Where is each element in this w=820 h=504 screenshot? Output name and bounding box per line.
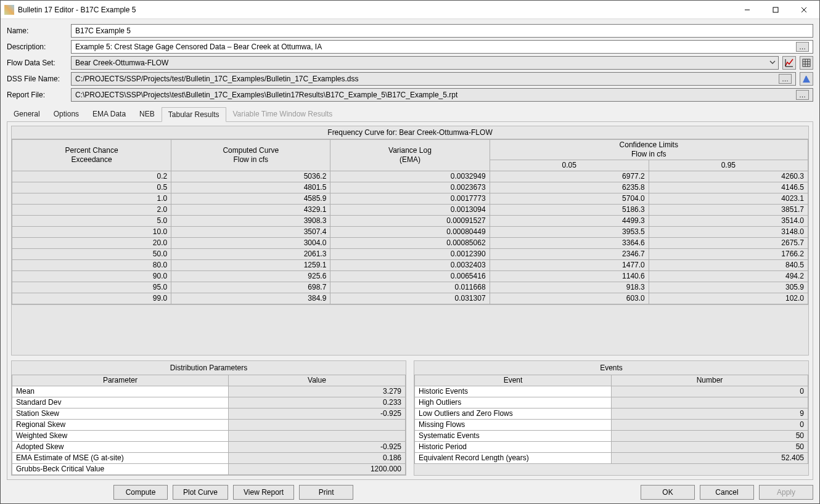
reportfile-input[interactable]: C:\PROJECTS\SSP\Projects\test\Bulletin_1… — [71, 88, 813, 102]
events-header-event: Event — [415, 375, 612, 386]
cell: 0.233 — [228, 397, 405, 408]
print-button[interactable]: Print — [299, 485, 353, 500]
table-row[interactable]: 95.0698.70.011668918.3305.9 — [12, 282, 808, 293]
cell: Adopted Skew — [12, 442, 229, 453]
cell: 305.9 — [649, 282, 808, 293]
table-row[interactable]: EMA Estimate of MSE (G at-site)0.186 — [12, 453, 406, 464]
table-row[interactable]: Historic Period50 — [415, 442, 808, 453]
table-row[interactable]: 90.0925.60.00654161140.6494.2 — [12, 271, 808, 282]
description-label: Description: — [7, 43, 67, 51]
cell: 50 — [612, 431, 808, 442]
table-row[interactable]: 20.03004.00.000850623364.62675.7 — [12, 238, 808, 249]
cell: 0.2 — [12, 171, 171, 182]
cancel-button[interactable]: Cancel — [700, 485, 754, 500]
plot-icon-button[interactable] — [782, 56, 796, 70]
table-icon-button[interactable] — [800, 56, 813, 70]
reportfile-browse-button[interactable]: … — [796, 90, 809, 100]
minimize-button[interactable] — [733, 1, 761, 19]
table-row[interactable]: Station Skew-0.925 — [12, 408, 406, 420]
freq-header-cl95: 0.95 — [649, 160, 808, 171]
table-row[interactable]: 99.0384.90.031307603.0102.0 — [12, 293, 808, 304]
cell: 80.0 — [12, 260, 171, 271]
cell: EMA Estimate of MSE (G at-site) — [12, 453, 229, 464]
tab-options[interactable]: Options — [47, 107, 86, 121]
plot-curve-button[interactable]: Plot Curve — [173, 485, 228, 500]
tab-variable-time-window: Variable Time Window Results — [226, 107, 340, 121]
cell: 1259.1 — [171, 260, 330, 271]
tab-neb[interactable]: NEB — [133, 107, 162, 121]
table-row[interactable]: Mean3.279 — [12, 386, 406, 397]
table-row[interactable]: Weighted Skew — [12, 431, 406, 442]
cell: 4801.5 — [171, 182, 330, 193]
table-row[interactable]: 5.03908.30.000915274499.33514.0 — [12, 216, 808, 227]
description-input[interactable]: Example 5: Crest Stage Gage Censored Dat… — [71, 40, 813, 54]
tab-tabular-results[interactable]: Tabular Results — [162, 107, 226, 122]
cell: 3148.0 — [649, 227, 808, 238]
distribution-icon-button[interactable] — [800, 72, 813, 86]
form-area: Name: B17C Example 5 Description: Exampl… — [7, 24, 813, 102]
cell: 3507.4 — [171, 227, 330, 238]
cell: 0.0013094 — [330, 205, 490, 216]
dssfile-browse-button[interactable]: … — [779, 74, 792, 84]
cell: 0.011668 — [330, 282, 490, 293]
reportfile-label: Report File: — [7, 91, 67, 99]
tab-ema-data[interactable]: EMA Data — [86, 107, 133, 121]
table-row[interactable]: 10.03507.40.000804493953.53148.0 — [12, 227, 808, 238]
events-title: Events — [414, 361, 808, 375]
flowdataset-combo[interactable]: Bear Creek-Ottumwa-FLOW — [71, 56, 779, 70]
frequency-panel: Frequency Curve for: Bear Creek-Ottumwa-… — [11, 126, 809, 356]
table-row[interactable]: Low Outliers and Zero Flows9 — [415, 408, 808, 420]
events-panel: Events Event Number Historic Events0High… — [414, 360, 809, 476]
description-browse-button[interactable]: … — [796, 42, 809, 52]
table-row[interactable]: 0.54801.50.00236736235.84146.5 — [12, 182, 808, 193]
cell: 1200.000 — [228, 464, 405, 475]
name-value: B17C Example 5 — [75, 26, 131, 35]
tab-general[interactable]: General — [7, 107, 47, 121]
body: Name: B17C Example 5 Description: Exampl… — [1, 19, 819, 503]
table-row[interactable]: Grubbs-Beck Critical Value1200.000 — [12, 464, 406, 475]
table-row[interactable]: Historic Events0 — [415, 386, 808, 397]
ok-button[interactable]: OK — [641, 485, 695, 500]
maximize-button[interactable] — [761, 1, 790, 19]
table-row[interactable]: 2.04329.10.00130945186.33851.7 — [12, 205, 808, 216]
close-button[interactable] — [790, 1, 818, 19]
cell: 0.0017773 — [330, 193, 490, 205]
cell: Missing Flows — [415, 420, 612, 431]
cell: 5036.2 — [171, 171, 330, 182]
frequency-blank-area — [12, 304, 808, 355]
apply-button: Apply — [759, 485, 813, 500]
table-row[interactable]: 80.01259.10.00324031477.0840.5 — [12, 260, 808, 271]
chevron-down-icon — [769, 59, 776, 67]
table-row[interactable]: 1.04585.90.00177735704.04023.1 — [12, 193, 808, 205]
cell: 3953.5 — [490, 227, 649, 238]
dssfile-input[interactable]: C:/PROJECTS/SSP/Projects/test/Bulletin_1… — [71, 72, 796, 86]
compute-button[interactable]: Compute — [113, 485, 168, 500]
view-report-button[interactable]: View Report — [233, 485, 294, 500]
cell: 840.5 — [649, 260, 808, 271]
window-title: Bulletin 17 Editor - B17C Example 5 — [18, 6, 733, 14]
name-input[interactable]: B17C Example 5 — [71, 24, 813, 38]
table-row[interactable]: 50.02061.30.00123902346.71766.2 — [12, 249, 808, 260]
cell — [228, 420, 405, 431]
cell: 3851.7 — [649, 205, 808, 216]
table-row[interactable]: Equivalent Record Length (years)52.405 — [415, 453, 808, 464]
dssfile-value: C:/PROJECTS/SSP/Projects/test/Bulletin_1… — [75, 75, 359, 83]
table-row[interactable]: Systematic Events50 — [415, 431, 808, 442]
table-row[interactable]: Missing Flows0 — [415, 420, 808, 431]
cell: 0 — [612, 386, 808, 397]
table-row[interactable]: Adopted Skew-0.925 — [12, 442, 406, 453]
table-row[interactable]: High Outliers — [415, 397, 808, 408]
table-row[interactable]: Regional Skew — [12, 420, 406, 431]
cell: 52.405 — [612, 453, 808, 464]
table-row[interactable]: Standard Dev0.233 — [12, 397, 406, 408]
table-row[interactable]: 0.25036.20.00329496977.24260.3 — [12, 171, 808, 182]
distribution-title: Distribution Parameters — [12, 361, 406, 375]
cell: Equivalent Record Length (years) — [415, 453, 612, 464]
cell: 20.0 — [12, 238, 171, 249]
cell: 698.7 — [171, 282, 330, 293]
cell — [228, 431, 405, 442]
dist-header-value: Value — [228, 375, 405, 386]
cell: 0.00085062 — [330, 238, 490, 249]
cell: 603.0 — [490, 293, 649, 304]
tab-content: Frequency Curve for: Bear Creek-Ottumwa-… — [7, 122, 813, 480]
